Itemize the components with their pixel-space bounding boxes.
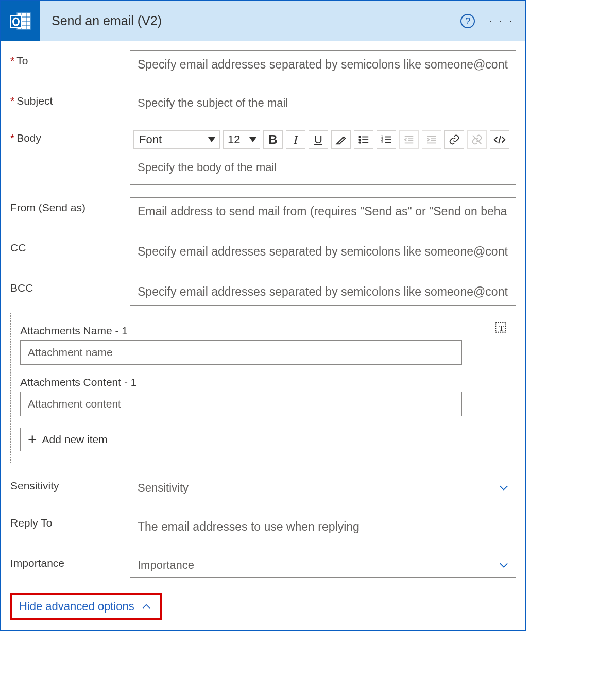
svg-text:3: 3	[381, 140, 383, 144]
chevron-down-icon	[208, 137, 215, 142]
to-input[interactable]	[130, 50, 516, 78]
link-button[interactable]	[444, 130, 464, 149]
chevron-down-icon	[499, 562, 508, 568]
indent-button[interactable]	[422, 130, 441, 149]
chevron-down-icon	[249, 137, 256, 142]
field-row-importance: Importance Importance	[10, 553, 516, 578]
field-label: BCC	[10, 278, 130, 294]
field-row-subject: *Subject	[10, 91, 516, 115]
importance-select[interactable]: Importance	[130, 553, 516, 578]
field-row-replyto: Reply To	[10, 513, 516, 540]
field-label: Importance	[10, 553, 130, 569]
add-new-item-label: Add new item	[42, 433, 108, 446]
from-input[interactable]	[130, 197, 516, 225]
font-size-select[interactable]: 12	[223, 130, 260, 149]
cc-input[interactable]	[130, 238, 516, 265]
hide-advanced-label: Hide advanced options	[19, 600, 134, 613]
attachment-content-label: Attachments Content - 1	[20, 376, 506, 388]
unlink-button[interactable]	[467, 130, 487, 149]
field-row-bcc: BCC	[10, 278, 516, 306]
select-value: Importance	[138, 559, 194, 572]
rte-toolbar: Font 12 B I U	[130, 128, 516, 151]
italic-button[interactable]: I	[286, 130, 305, 149]
body-input[interactable]: Specify the body of the mail	[130, 151, 516, 184]
bold-button[interactable]: B	[263, 130, 283, 149]
replyto-input[interactable]	[130, 513, 516, 540]
attachment-name-label: Attachments Name - 1	[20, 325, 506, 337]
underline-button[interactable]: U	[309, 130, 328, 149]
field-row-from: From (Send as)	[10, 197, 516, 225]
plus-icon: +	[28, 432, 37, 447]
card-header: Send an email (V2) ? · · ·	[1, 1, 525, 41]
field-label: Sensitivity	[10, 476, 130, 492]
field-label: Reply To	[10, 513, 130, 529]
font-color-button[interactable]	[331, 130, 351, 149]
attachment-content-group: Attachments Content - 1	[20, 376, 506, 416]
rich-text-editor: Font 12 B I U	[130, 128, 516, 185]
svg-point-9	[359, 136, 361, 138]
field-label: From (Send as)	[10, 197, 130, 214]
field-row-body: *Body Font 12 B I U	[10, 128, 516, 185]
attachment-name-group: Attachments Name - 1	[20, 325, 506, 365]
chevron-up-icon	[142, 604, 151, 609]
code-view-button[interactable]	[490, 130, 509, 149]
switch-view-button[interactable]: T	[493, 319, 508, 335]
field-row-sensitivity: Sensitivity Sensitivity	[10, 476, 516, 500]
bullet-list-button[interactable]	[354, 130, 373, 149]
field-label: CC	[10, 238, 130, 254]
more-actions-button[interactable]: · · ·	[489, 15, 514, 27]
field-row-cc: CC	[10, 238, 516, 265]
svg-point-11	[359, 139, 361, 141]
sensitivity-select[interactable]: Sensitivity	[130, 476, 516, 500]
chevron-down-icon	[499, 485, 508, 491]
attachment-name-input[interactable]	[20, 340, 462, 365]
svg-point-13	[359, 142, 361, 143]
card-body: *To *Subject *Body Font	[1, 41, 525, 630]
field-label: *Body	[10, 128, 130, 144]
attachment-content-input[interactable]	[20, 392, 462, 416]
action-card: Send an email (V2) ? · · · *To *Subject …	[0, 0, 526, 631]
subject-input[interactable]	[130, 91, 516, 115]
svg-line-30	[499, 136, 501, 144]
numbered-list-button[interactable]: 123	[377, 130, 396, 149]
outdent-button[interactable]	[399, 130, 419, 149]
outlook-app-icon	[1, 1, 40, 41]
help-button[interactable]: ?	[460, 14, 475, 28]
select-value: Sensitivity	[138, 481, 189, 495]
attachments-section: T Attachments Name - 1 Attachments Conte…	[10, 313, 516, 463]
font-family-select[interactable]: Font	[133, 130, 220, 149]
hide-advanced-options-button[interactable]: Hide advanced options	[10, 593, 162, 620]
bcc-input[interactable]	[130, 278, 516, 306]
field-label: *To	[10, 50, 130, 67]
svg-text:T: T	[499, 324, 504, 332]
field-label: *Subject	[10, 91, 130, 107]
field-row-to: *To	[10, 50, 516, 78]
add-new-item-button[interactable]: + Add new item	[20, 428, 117, 451]
card-title: Send an email (V2)	[52, 13, 460, 28]
